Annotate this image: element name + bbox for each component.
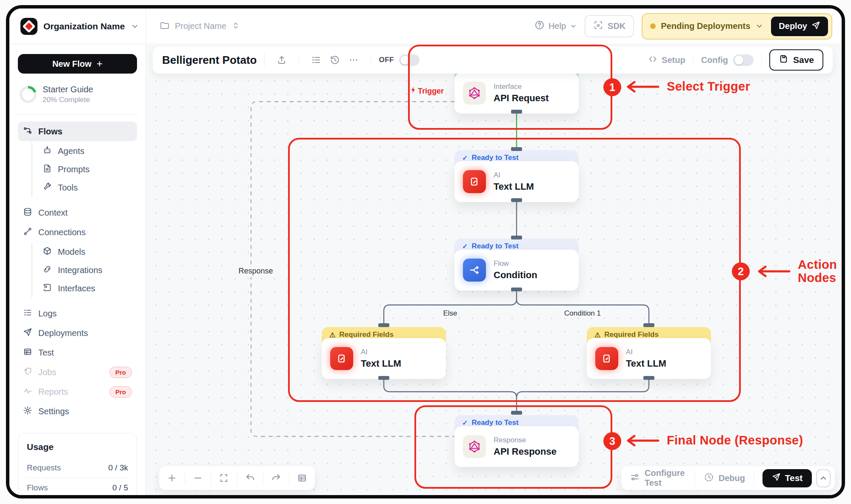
sidebar-item-connections[interactable]: Connections (18, 222, 137, 242)
fit-view-button[interactable] (211, 466, 237, 490)
flow-title[interactable]: Belligerent Potato (162, 54, 257, 67)
sidebar-item-label: Test (38, 348, 54, 358)
annotation-number-1: 1 (603, 78, 621, 96)
flow-canvas[interactable]: Belligerent Potato OFF (146, 45, 842, 495)
collapse-panel-button[interactable] (816, 469, 831, 487)
sidebar-item-interfaces[interactable]: Interfaces (37, 279, 137, 298)
project-selector[interactable]: Project Name (146, 20, 240, 32)
usage-value: 0 / 3k (109, 463, 128, 473)
chevron-down-icon[interactable] (131, 22, 139, 31)
zoom-in-button[interactable] (159, 466, 185, 490)
sidebar-item-logs[interactable]: Logs (18, 304, 137, 323)
database-icon (23, 207, 32, 219)
sliders-icon (630, 472, 640, 484)
sidebar-item-label: Reports (38, 387, 68, 397)
sidebar-item-reports[interactable]: Reports Pro (18, 382, 137, 401)
table-icon (23, 347, 32, 359)
chevron-down-icon[interactable] (755, 22, 763, 30)
zoom-out-button[interactable] (185, 466, 211, 490)
chevron-up-icon (819, 474, 828, 482)
new-flow-label: New Flow (52, 59, 91, 69)
sidebar-item-context[interactable]: Context (18, 203, 137, 222)
sidebar-item-deployments[interactable]: Deployments (18, 323, 137, 343)
list-view-icon[interactable] (307, 51, 326, 69)
usage-row-flows: Flows 0 / 5 (27, 478, 128, 498)
sidebar-item-label: Integrations (58, 265, 103, 275)
sidebar-item-settings[interactable]: Settings (18, 401, 137, 421)
divider (16, 114, 139, 115)
sidebar-item-label: Logs (38, 309, 57, 319)
debug-button[interactable]: Debug (704, 472, 745, 484)
deploy-label: Deploy (779, 21, 807, 31)
annotation-number-3: 3 (603, 432, 621, 450)
export-icon[interactable] (272, 51, 291, 69)
help-menu[interactable]: Help (534, 20, 577, 32)
clock-icon (704, 472, 714, 484)
sidebar-item-label: Flows (38, 127, 63, 137)
starter-guide[interactable]: Starter Guide 20% Complete (20, 85, 135, 104)
new-flow-button[interactable]: New Flow + (18, 54, 137, 74)
document-icon (43, 164, 52, 175)
sidebar-item-tools[interactable]: Tools (37, 179, 137, 197)
setup-button[interactable]: Setup (648, 54, 685, 66)
chevron-down-icon (570, 23, 577, 30)
sdk-button[interactable]: SDK (585, 15, 634, 37)
arrow-left-icon (624, 434, 660, 447)
undo-button[interactable] (237, 466, 263, 490)
plus-icon: + (97, 58, 103, 70)
sidebar-item-test[interactable]: Test (18, 343, 137, 362)
app-window: Organization Name Project Name Help (6, 5, 845, 498)
sidebar-item-models[interactable]: Models (37, 243, 137, 261)
list-icon (23, 308, 32, 319)
canvas-toolbar (159, 466, 315, 490)
pulse-icon (23, 386, 32, 398)
deploy-button[interactable]: Deploy (771, 17, 828, 36)
test-action-bar: Configure Test Debug Test (621, 466, 835, 490)
sidebar-item-agents[interactable]: Agents (37, 142, 137, 160)
org-switcher[interactable]: Organization Name (9, 9, 146, 44)
config-toggle-group: Config (701, 54, 754, 66)
code-icon (648, 54, 657, 66)
sidebar-item-flows[interactable]: Flows (18, 122, 137, 141)
sidebar-item-label: Agents (58, 146, 84, 156)
help-circle-icon (534, 20, 545, 32)
interface-icon (43, 283, 52, 294)
pending-label: Pending Deployments (661, 21, 750, 31)
redo-button[interactable] (263, 466, 289, 490)
more-options-icon[interactable] (344, 51, 363, 69)
wrench-icon (43, 182, 52, 194)
pro-badge: Pro (109, 386, 132, 398)
help-label: Help (548, 21, 566, 31)
save-icon (779, 54, 788, 66)
sidebar-item-integrations[interactable]: Integrations (37, 261, 137, 279)
data-table-button[interactable] (289, 466, 315, 490)
usage-row-requests: Requests 0 / 3k (27, 458, 128, 478)
gear-icon (23, 406, 32, 417)
config-toggle[interactable] (733, 54, 754, 66)
sidebar-item-label: Prompts (58, 165, 89, 174)
usage-value: 0 / 5 (112, 483, 128, 493)
test-button[interactable]: Test (762, 469, 812, 487)
sidebar-item-label: Settings (38, 407, 69, 416)
sidebar-item-label: Jobs (38, 367, 56, 377)
send-icon (772, 473, 781, 484)
save-button[interactable]: Save (769, 49, 823, 71)
paper-plane-icon (23, 327, 32, 339)
pending-deployments-pill[interactable]: Pending Deployments Deploy (642, 13, 832, 40)
usage-label: Requests (27, 463, 61, 473)
progress-ring-icon (20, 86, 37, 103)
configure-test-button[interactable]: Configure Test (630, 468, 686, 488)
history-icon[interactable] (326, 51, 344, 69)
sidebar-item-jobs[interactable]: Jobs Pro (18, 362, 137, 382)
annotation-label-select-trigger: Select Trigger (624, 80, 750, 94)
link-icon (23, 227, 32, 238)
org-name: Organization Name (43, 21, 125, 31)
flow-off-label: OFF (379, 56, 394, 64)
sidebar-item-label: Models (58, 247, 85, 257)
setup-label: Setup (662, 55, 685, 65)
response-edge-label: Response (234, 265, 277, 277)
sidebar-item-label: Connections (38, 228, 86, 237)
robot-icon (43, 145, 52, 157)
pro-badge: Pro (109, 367, 132, 378)
sidebar-item-prompts[interactable]: Prompts (37, 160, 137, 179)
